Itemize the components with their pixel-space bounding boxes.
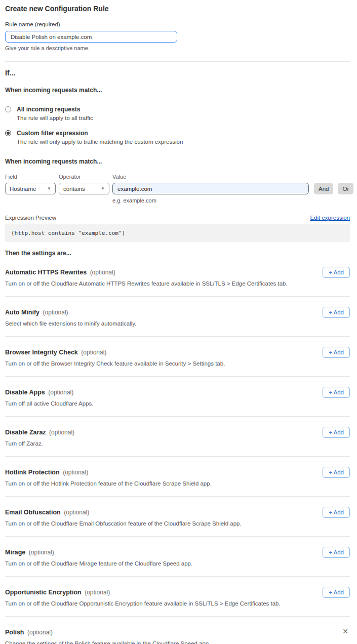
create-configuration-rule-page: Create new Configuration Rule Rule name … <box>0 0 357 644</box>
operator-label: Operator <box>59 174 112 180</box>
if-heading: If... <box>5 69 350 77</box>
value-example-help: e.g. example.com <box>112 197 350 204</box>
setting-row: Disable Zaraz (optional) Turn off Zaraz.… <box>5 417 350 457</box>
section-divider <box>5 61 350 62</box>
setting-row: Browser Integrity Check (optional) Turn … <box>5 337 350 377</box>
field-label: Field <box>5 174 59 180</box>
add-button[interactable]: + Add <box>323 267 350 278</box>
setting-row: Auto Minify (optional) Select which file… <box>5 297 350 337</box>
add-button[interactable]: + Add <box>323 347 350 358</box>
field-select-value: Hostname <box>10 186 36 192</box>
setting-description: Turn on or off the Browser Integrity Che… <box>5 360 350 367</box>
polish-setting-row: Polish (optional) ✕ Change the settings … <box>5 617 350 644</box>
add-button[interactable]: + Add <box>323 507 350 518</box>
settings-list: Automatic HTTPS Rewrites (optional) Turn… <box>5 257 350 617</box>
setting-name: Disable Zaraz <box>5 429 46 436</box>
add-button[interactable]: + Add <box>323 427 350 438</box>
setting-row: Hotlink Protection (optional) Turn on or… <box>5 457 350 497</box>
setting-description: Turn on or off the Cloudflare Email Obfu… <box>5 520 350 527</box>
setting-name: Browser Integrity Check <box>5 349 78 356</box>
setting-description: Turn on or off the Cloudflare Mirage fea… <box>5 560 350 567</box>
field-select[interactable]: Hostname ▼ <box>5 183 56 194</box>
radio-custom-filter-expression[interactable]: Custom filter expression The rule will o… <box>5 130 350 145</box>
setting-name: Opportunistic Encryption <box>5 589 82 596</box>
radio-custom-filter-label: Custom filter expression <box>17 130 183 137</box>
expression-builder-heading: When incoming requests match... <box>5 158 350 165</box>
and-button[interactable]: And <box>314 183 333 194</box>
setting-description: Turn on or off the Cloudflare Automatic … <box>5 280 350 287</box>
setting-name: Email Obfuscation <box>5 509 61 516</box>
incoming-requests-heading: When incoming requests match... <box>5 87 350 94</box>
setting-description: Change the settings of the Polish featur… <box>5 640 350 644</box>
operator-select-value: contains <box>63 186 85 192</box>
radio-custom-filter-description: The rule will only apply to traffic matc… <box>17 139 183 145</box>
radio-all-incoming-label: All incoming requests <box>17 106 93 113</box>
setting-description: Turn off Zaraz. <box>5 440 350 447</box>
rule-name-help: Give your rule a descriptive name. <box>5 45 350 51</box>
or-button[interactable]: Or <box>338 183 353 194</box>
chevron-down-icon: ▼ <box>101 187 105 191</box>
add-button[interactable]: + Add <box>323 307 350 318</box>
radio-all-incoming-requests[interactable]: All incoming requests The rule will appl… <box>5 106 350 121</box>
radio-all-incoming-description: The rule will apply to all traffic <box>17 115 93 121</box>
setting-row: Automatic HTTPS Rewrites (optional) Turn… <box>5 257 350 297</box>
radio-unselected-icon[interactable] <box>5 106 11 112</box>
setting-description: Turn off all active Cloudflare Apps. <box>5 400 350 407</box>
setting-optional-tag: (optional) <box>63 469 88 476</box>
setting-optional-tag: (optional) <box>27 629 53 636</box>
expression-preview-header: Expression Preview Edit expression <box>5 215 350 221</box>
setting-name: Hotlink Protection <box>5 469 60 476</box>
setting-name: Automatic HTTPS Rewrites <box>5 269 87 276</box>
chevron-down-icon: ▼ <box>47 187 51 191</box>
setting-optional-tag: (optional) <box>85 589 110 596</box>
setting-name: Polish <box>5 629 24 636</box>
expression-preview-code: (http.host contains "example.com") <box>5 224 350 242</box>
rule-name-input[interactable] <box>5 31 177 43</box>
setting-row: Disable Apps (optional) Turn off all act… <box>5 377 350 417</box>
rule-name-label: Rule name (required) <box>5 21 350 27</box>
setting-row: Mirage (optional) Turn on or off the Clo… <box>5 537 350 577</box>
add-button[interactable]: + Add <box>323 387 350 398</box>
setting-optional-tag: (optional) <box>81 349 106 356</box>
page-title: Create new Configuration Rule <box>5 0 350 13</box>
operator-select[interactable]: contains ▼ <box>59 183 109 194</box>
setting-description: Turn on or off the Cloudflare Opportunis… <box>5 600 350 607</box>
setting-name: Mirage <box>5 549 25 556</box>
add-button[interactable]: + Add <box>323 587 350 598</box>
setting-optional-tag: (optional) <box>49 429 74 436</box>
setting-optional-tag: (optional) <box>64 509 89 516</box>
setting-description: Select which file extensions to minify a… <box>5 320 350 327</box>
expression-preview-label: Expression Preview <box>5 215 56 221</box>
setting-description: Turn on or off the Hotlink Protection fe… <box>5 480 350 487</box>
add-button[interactable]: + Add <box>323 547 350 558</box>
then-settings-heading: Then the settings are... <box>5 250 350 257</box>
add-button[interactable]: + Add <box>323 467 350 478</box>
value-label: Value <box>112 174 126 180</box>
edit-expression-link[interactable]: Edit expression <box>310 215 350 221</box>
setting-row: Email Obfuscation (optional) Turn on or … <box>5 497 350 537</box>
setting-optional-tag: (optional) <box>48 389 73 396</box>
setting-name: Auto Minify <box>5 309 39 316</box>
setting-optional-tag: (optional) <box>43 309 68 316</box>
setting-optional-tag: (optional) <box>90 269 115 276</box>
setting-row: Opportunistic Encryption (optional) Turn… <box>5 577 350 617</box>
setting-name: Disable Apps <box>5 389 45 396</box>
radio-selected-icon[interactable] <box>5 130 11 136</box>
setting-optional-tag: (optional) <box>29 549 54 556</box>
value-input[interactable] <box>112 183 309 194</box>
expression-builder-labels: Field Operator Value <box>5 174 350 180</box>
close-icon[interactable]: ✕ <box>342 628 348 635</box>
expression-builder-row: Hostname ▼ contains ▼ And Or <box>5 183 350 194</box>
